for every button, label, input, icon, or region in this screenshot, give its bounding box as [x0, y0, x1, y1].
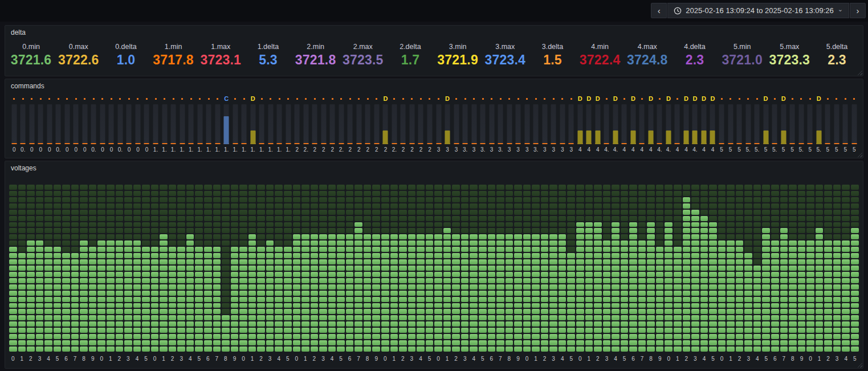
voltage-cell-lit [780, 309, 788, 314]
command-marker [673, 94, 682, 103]
voltage-cell-lit [372, 240, 380, 246]
voltage-cell-lit [284, 291, 292, 296]
command-bar-background [21, 104, 26, 144]
command-x-tick-label: 1. [284, 144, 293, 154]
voltage-cell-lit [541, 309, 549, 314]
voltage-cell-unlit [408, 203, 416, 209]
voltage-cell-lit [559, 346, 567, 352]
voltage-x-tick-label: 5 [478, 356, 487, 365]
stat-value: 3722.4 [576, 52, 624, 68]
voltage-cell-lit [780, 321, 788, 327]
command-baseline-tick [277, 143, 282, 144]
command-column: 3 [514, 94, 523, 154]
command-bar-background [374, 104, 379, 144]
voltage-cell-unlit [833, 203, 841, 209]
voltage-cell-lit [319, 284, 327, 290]
voltage-cell-unlit [647, 216, 655, 221]
command-bar-background [64, 104, 70, 144]
voltage-cell-lit [674, 247, 682, 252]
voltage-cell-lit [54, 272, 62, 277]
voltage-cell-lit [594, 321, 602, 327]
voltage-column [585, 184, 594, 352]
delta-panel-title[interactable]: delta [11, 28, 26, 36]
voltage-cell-lit [169, 309, 177, 314]
time-shift-forward-button[interactable]: › [850, 3, 866, 18]
voltage-cell-unlit [780, 216, 788, 221]
time-range-button[interactable]: 2025-02-16 13:09:24 to 2025-02-16 13:09:… [667, 3, 849, 18]
voltage-cell-unlit [311, 185, 319, 190]
command-value-bar [613, 131, 618, 144]
voltage-cell-unlit [71, 240, 79, 246]
voltage-cell-lit [514, 346, 522, 352]
voltage-cell-lit [851, 284, 859, 290]
voltage-cell-lit [417, 334, 425, 339]
voltage-cell-lit [293, 284, 301, 290]
voltage-cell-lit [638, 253, 646, 258]
voltage-cell-lit [488, 278, 496, 283]
voltage-cell-unlit [231, 216, 239, 221]
voltage-cell-unlit [71, 185, 79, 190]
voltage-column [629, 184, 638, 352]
voltage-cell-unlit [789, 216, 797, 221]
command-x-tick-label: 3. [478, 144, 487, 154]
voltage-cell-lit [798, 328, 806, 333]
voltage-cell-lit [700, 284, 708, 290]
voltage-column [18, 184, 27, 352]
voltage-cell-lit [443, 297, 451, 302]
voltage-cell-lit [789, 272, 797, 277]
voltage-cell-lit [9, 321, 17, 327]
voltage-cell-lit [629, 334, 637, 339]
voltage-cell-lit [426, 315, 434, 320]
voltage-cell-lit [816, 240, 824, 246]
voltage-cell-lit [656, 278, 664, 283]
voltage-cell-lit [417, 253, 425, 258]
command-dot-marker [128, 98, 130, 100]
voltage-x-tick-label: 0 [9, 356, 18, 365]
command-baseline-tick [339, 143, 344, 144]
voltage-cell-lit [337, 346, 345, 352]
voltage-cell-unlit [142, 191, 150, 196]
command-dot-marker [314, 98, 316, 100]
voltage-column [194, 184, 203, 352]
voltage-cell-lit [311, 321, 319, 327]
voltage-cell-unlit [443, 203, 451, 209]
voltage-cell-lit [559, 272, 567, 277]
voltage-cell-lit [248, 309, 256, 314]
voltage-cell-unlit [585, 191, 593, 196]
voltage-cell-unlit [213, 185, 221, 190]
voltage-column [718, 184, 727, 352]
voltage-cell-lit [107, 303, 115, 308]
voltage-cell-lit [842, 321, 850, 327]
voltage-cell-lit [621, 315, 629, 320]
voltage-cell-lit [62, 340, 70, 345]
voltage-cell-unlit [576, 185, 584, 190]
commands-panel-title[interactable]: commands [11, 82, 44, 90]
time-shift-back-button[interactable]: ‹ [651, 3, 667, 18]
voltage-cell-unlit [177, 216, 185, 221]
voltage-cell-lit [452, 334, 460, 339]
voltage-cell-lit [80, 240, 88, 246]
voltage-cell-lit [736, 321, 744, 327]
voltage-cell-unlit [532, 191, 540, 196]
voltage-cell-lit [301, 291, 309, 296]
voltage-cell-lit [612, 297, 620, 302]
voltages-panel-title[interactable]: voltages [11, 164, 36, 172]
voltage-cell-unlit [727, 203, 735, 209]
voltage-cell-unlit [177, 222, 185, 227]
voltage-column [655, 184, 665, 352]
voltage-cell-lit [523, 253, 531, 258]
command-dot-marker [535, 98, 537, 100]
voltage-x-tick-label: 1 [726, 356, 735, 365]
voltage-cell-lit [124, 321, 132, 327]
voltage-cell-unlit [603, 222, 611, 227]
voltage-cell-unlit [248, 216, 256, 221]
voltage-cell-unlit [541, 228, 549, 233]
voltage-cell-lit [771, 334, 779, 339]
voltage-cell-lit [124, 291, 132, 296]
voltage-cell-lit [780, 240, 788, 246]
voltage-cell-lit [647, 228, 655, 233]
voltage-cell-unlit [36, 197, 44, 202]
voltage-cell-lit [506, 284, 514, 290]
voltage-cell-unlit [798, 210, 806, 215]
voltage-cell-unlit [532, 185, 540, 190]
